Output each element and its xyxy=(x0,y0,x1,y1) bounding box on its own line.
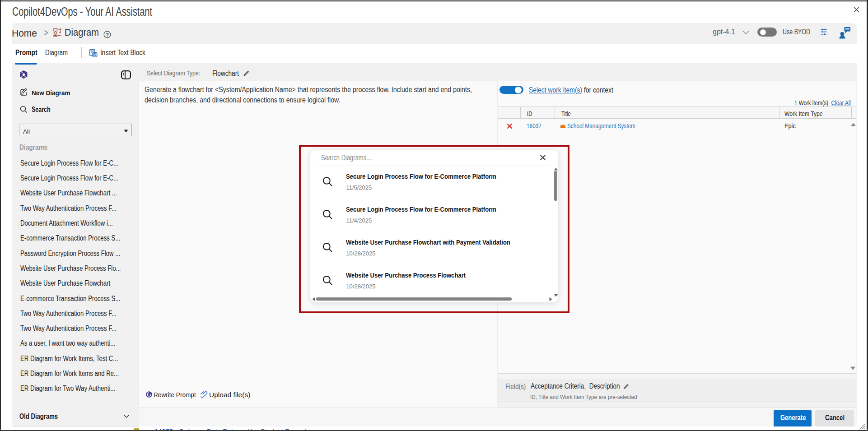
svg-text:?: ? xyxy=(106,32,109,37)
